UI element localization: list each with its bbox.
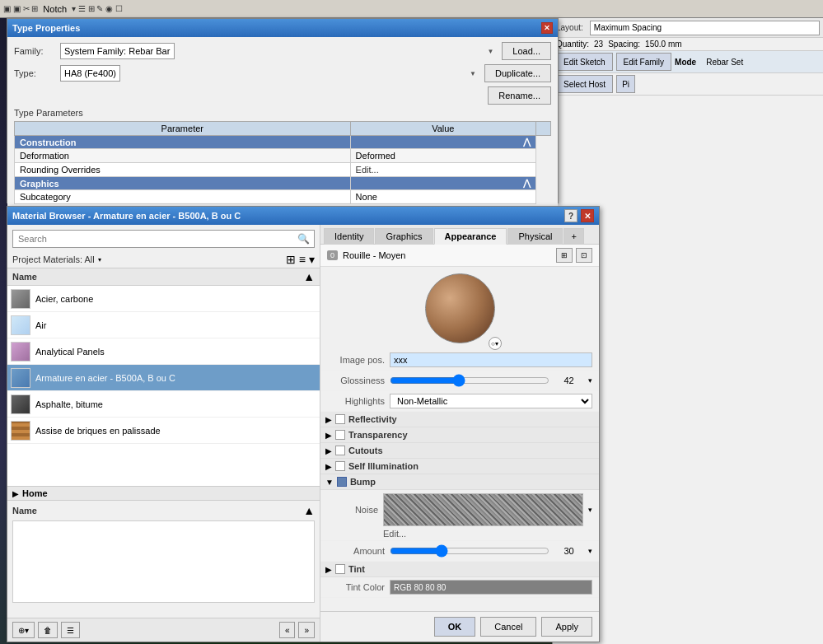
list-item[interactable]: Acier, carbone [7, 286, 320, 312]
graphics-section-row: Graphics ⋀ [15, 177, 551, 190]
sphere-options-btn[interactable]: ○▾ [489, 337, 502, 350]
name-col-header: Name [12, 272, 37, 282]
transparency-section[interactable]: ▶ Transparency [320, 427, 599, 443]
reflectivity-checkbox[interactable] [335, 414, 345, 424]
cutouts-checkbox[interactable] [335, 446, 345, 455]
load-button[interactable]: Load... [502, 42, 551, 60]
glossiness-row: Glossiness 42 ▾ [320, 371, 599, 391]
tint-color-swatch[interactable]: RGB 80 80 80 [390, 580, 592, 595]
transparency-checkbox[interactable] [335, 430, 345, 440]
image-pos-input[interactable] [390, 352, 592, 367]
subcategory-value: None [350, 190, 535, 204]
grid-view-icon[interactable]: ⊞ [286, 253, 296, 266]
list-item[interactable]: Analytical Panels [7, 338, 320, 365]
material-browser-window: Material Browser - Armature en acier - B… [7, 206, 600, 642]
edit-sketch-button[interactable]: Edit Sketch [556, 53, 613, 71]
app-header-buttons: ⊞ ⊡ [556, 248, 592, 263]
type-properties-titlebar: Type Properties ✕ [7, 19, 558, 37]
highlights-select[interactable]: Non-Metallic [390, 394, 592, 408]
duplicate-asset-btn[interactable]: ⊡ [576, 248, 592, 263]
search-input[interactable] [12, 230, 315, 248]
edit-family-button[interactable]: Edit Family [616, 53, 671, 71]
more-icon[interactable]: ▾ [309, 253, 315, 266]
self-illumination-checkbox[interactable] [335, 461, 345, 471]
noise-row: Noise ▾ Edit... [320, 490, 599, 541]
tab-graphics[interactable]: Graphics [375, 228, 433, 245]
cutouts-section[interactable]: ▶ Cutouts [320, 443, 599, 459]
tint-checkbox[interactable] [335, 564, 345, 574]
help-button[interactable]: ? [564, 209, 578, 222]
navigate-back-btn[interactable]: « [279, 622, 296, 638]
material-browser-body: 🔍 Project Materials: All ▾ ⊞ ≡ ▾ Name ▲ [7, 225, 599, 642]
noise-header-row: Noise ▾ [337, 493, 592, 526]
pi-button[interactable]: Pi [616, 75, 635, 93]
tab-appearance[interactable]: Appearance [434, 228, 507, 245]
self-illumination-label: Self Illumination [348, 461, 419, 471]
toolbar-label: ▣ ▣ ✂ ⊞ [3, 4, 38, 13]
type-row: Type: HA8 (Fe400) Duplicate... [14, 64, 551, 82]
noise-arrow-icon[interactable]: ▾ [588, 506, 592, 514]
select-host-button[interactable]: Select Host [556, 75, 613, 93]
mb-bottom-header: ▶ Home [7, 487, 320, 501]
mat-icon-air [11, 315, 30, 335]
reflectivity-section[interactable]: ▶ Reflectivity [320, 412, 599, 427]
family-select[interactable]: System Family: Rebar Bar [60, 43, 175, 59]
cancel-button[interactable]: Cancel [480, 617, 536, 637]
list-item-selected[interactable]: Armature en acier - B500A, B ou C [7, 365, 320, 391]
replace-asset-btn[interactable]: ⊞ [556, 248, 573, 263]
app-preview: ○▾ [320, 267, 599, 350]
glossiness-arrow-icon[interactable]: ▾ [588, 376, 592, 385]
add-material-btn[interactable]: ⊕▾ [12, 622, 35, 638]
glossiness-slider[interactable] [390, 373, 549, 388]
rename-row: Rename... [14, 86, 551, 105]
type-properties-close[interactable]: ✕ [541, 22, 553, 34]
noise-edit-link[interactable]: Edit... [383, 529, 406, 539]
amount-row: Amount 30 ▾ [320, 541, 599, 562]
close-button[interactable]: ✕ [581, 209, 594, 222]
list-item[interactable]: Air [7, 312, 320, 338]
type-properties-window: Type Properties ✕ Family: System Family:… [7, 18, 559, 203]
tint-section[interactable]: ▶ Tint [320, 562, 599, 577]
filter-label[interactable]: Project Materials: All [12, 254, 95, 264]
scroll-up-icon[interactable]: ▲ [303, 270, 315, 283]
open-editor-btn[interactable]: ☰ [61, 622, 80, 638]
cutouts-label: Cutouts [348, 446, 383, 455]
tint-color-label: Tint Color [327, 582, 385, 592]
subcategory-param: Subcategory [15, 190, 351, 204]
rounding-row: Rounding Overrides Edit... [15, 163, 551, 177]
mb-tabs: Identity Graphics Appearance Physical + [320, 225, 599, 245]
bottom-expand-icon[interactable]: ▶ [12, 489, 19, 498]
tab-physical[interactable]: Physical [507, 228, 563, 245]
material-appearance-name: Rouille - Moyen [343, 250, 405, 260]
bottom-scroll-icon[interactable]: ▲ [303, 504, 315, 517]
quantity-spacing-row: Quantity: 23 Spacing: 150.0 mm [553, 38, 823, 51]
amount-slider[interactable] [390, 544, 549, 558]
mb-bottom-list-header: Name ▲ [12, 504, 315, 517]
apply-button[interactable]: Apply [541, 617, 592, 637]
duplicate-button[interactable]: Duplicate... [484, 64, 551, 82]
bump-checkbox[interactable] [337, 477, 347, 487]
remove-material-btn[interactable]: 🗑 [38, 622, 58, 638]
app-badge: 0 [327, 250, 338, 260]
toolbar-icons: ▾ ☰ ⊞ ✎ ◉ ☐ [72, 4, 123, 13]
tint-color-value: RGB 80 80 80 [394, 583, 446, 592]
type-select[interactable]: HA8 (Fe400) [60, 65, 120, 82]
amount-arrow-icon[interactable]: ▾ [588, 547, 592, 555]
spacing-label: Spacing: [608, 40, 640, 49]
tab-identity[interactable]: Identity [324, 228, 374, 245]
mb-filter-bar[interactable]: Project Materials: All ▾ ⊞ ≡ ▾ [7, 251, 320, 268]
type-properties-body: Family: System Family: Rebar Bar Load...… [7, 37, 558, 209]
tab-plus[interactable]: + [563, 228, 583, 244]
list-view-icon[interactable]: ≡ [299, 253, 306, 266]
search-icon: 🔍 [297, 233, 310, 245]
list-item[interactable]: Asphalte, bitume [7, 391, 320, 418]
rounding-value[interactable]: Edit... [350, 163, 535, 177]
layout-select[interactable]: Maximum Spacing [590, 21, 820, 35]
rename-button[interactable]: Rename... [488, 86, 551, 105]
mat-icon-analytical [11, 342, 30, 362]
ok-button[interactable]: OK [434, 617, 476, 637]
bump-section[interactable]: ▼ Bump [320, 474, 599, 490]
self-illumination-section[interactable]: ▶ Self Illumination [320, 459, 599, 474]
navigate-forward-btn[interactable]: » [298, 622, 315, 638]
list-item[interactable]: Assise de briques en palissade [7, 418, 320, 444]
